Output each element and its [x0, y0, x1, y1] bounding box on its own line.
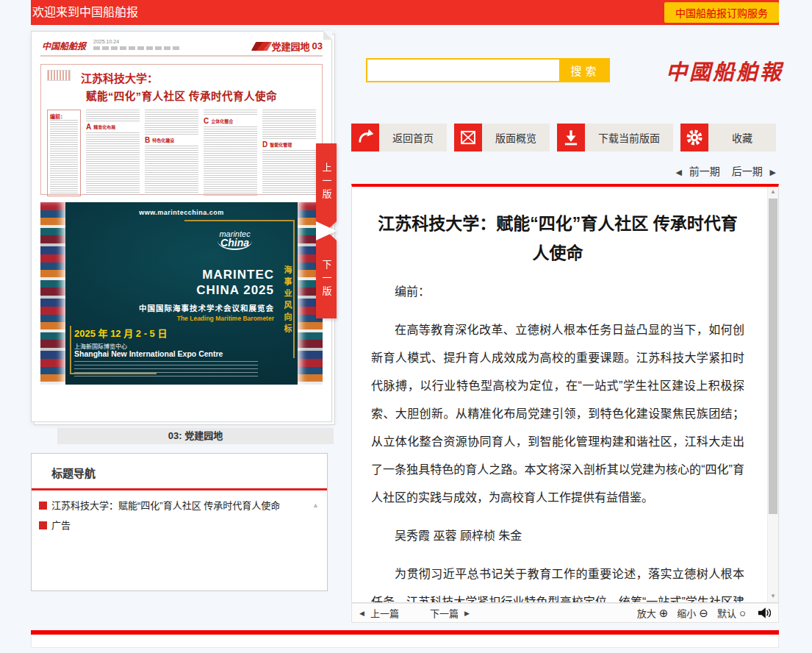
title-navigation-list: 江苏科技大学：赋能“四化”育人社区 传承时代育人使命 广告 ▲ [32, 490, 327, 532]
thumb-section-d: D 智能化管理 [262, 139, 316, 150]
nav-item-ad[interactable]: 广告 [39, 520, 308, 532]
article-paragraph: 编前： [371, 278, 744, 306]
thumb-text-columns: 编前： A 精准化布局 [47, 110, 316, 196]
newspaper-thumbnail[interactable]: 中国船舶报 2025.10.24 党建园地 03 江苏科技大学： 赋能“四化”育… [31, 31, 332, 422]
prev-page-tab[interactable]: 上一版 [316, 143, 337, 221]
thumb-intro-tag: 编前： [50, 113, 78, 120]
prev-issue-arrow-icon: ◀ [675, 168, 681, 176]
scrollbar-thumb[interactable] [769, 199, 777, 514]
page-fold [323, 31, 332, 40]
thumb-masthead: 中国船舶报 2025.10.24 党建园地 03 [40, 39, 323, 57]
article-paragraph: 在高等教育深化改革、立德树人根本任务日益凸显的当下，如何创新育人模式、提升育人成… [371, 316, 744, 512]
thumb-fake-text [50, 120, 78, 193]
thumb-section-b: B 特色化建设 [145, 135, 198, 146]
home-button[interactable]: 返回首页 [351, 124, 447, 151]
scrollbar-down-icon[interactable]: ▼ [768, 591, 778, 602]
prev-article-link[interactable]: 上一篇 [370, 606, 399, 620]
ad-organizers-text [74, 361, 258, 377]
favorite-button[interactable]: 收藏 [680, 124, 776, 151]
top-bar: 欢迎来到中国船舶报 中国船舶报订购服务 [31, 0, 779, 25]
thumb-headline-1: 江苏科技大学： [81, 70, 316, 85]
zoom-out-link[interactable]: 缩小 [677, 606, 696, 620]
site-logo: 中國船舶報 [666, 54, 783, 85]
thumb-section-label: 党建园地 03 [254, 39, 323, 53]
nav-item-article[interactable]: 江苏科技大学：赋能“四化”育人社区 传承时代育人使命 [39, 500, 308, 512]
search-button[interactable]: 搜索 [561, 58, 610, 82]
ad-title: MARINTEC CHINA 2025 [196, 267, 274, 298]
thumb-masthead-logo: 中国船舶报 [42, 39, 86, 51]
red-bullet-icon [39, 502, 47, 510]
article-paragraph: 吴秀霞 巫蓉 顾梓桢 朱金 [371, 522, 744, 550]
article-reader: 江苏科技大学：赋能“四化”育人社区 传承时代育人使命 编前： 在高等教育深化改革… [351, 184, 779, 603]
article-scrollbar[interactable]: ▲ ▼ [767, 187, 778, 602]
next-issue-arrow-icon: ▶ [770, 168, 776, 176]
reader-footer: ◀ 上一篇 下一篇 ▶ 放大 ⊕ 缩小 ⊖ 默认 ○ [351, 603, 779, 623]
ad-subtitle: 中国国际海事技术学术会议和展览会 [139, 302, 274, 313]
zoom-in-icon[interactable]: ⊕ [659, 607, 669, 620]
ad-date: 2025 年 12 月 2 - 5 日 [74, 326, 167, 340]
zoom-in-link[interactable]: 放大 [637, 606, 656, 620]
ad-tagline: The Leading Maritime Barometer [177, 315, 274, 322]
issue-navigation: ◀ 前一期 后一期 ▶ [351, 163, 779, 178]
subscribe-button[interactable]: 中国船舶报订购服务 [664, 2, 779, 23]
page-container: 欢迎来到中国船舶报 中国船舶报订购服务 中国船舶报 2025.10.24 党建园… [31, 0, 779, 648]
ad-venue-en: Shanghai New International Expo Centre [74, 349, 223, 358]
ribbon-notch [316, 221, 337, 240]
article-content: 江苏科技大学：赋能“四化”育人社区 传承时代育人使命 编前： 在高等教育深化改革… [352, 187, 778, 603]
thumb-masthead-date: 2025.10.24 [93, 39, 119, 44]
thumb-headline-2: 赋能“四化”育人社区 传承时代育人使命 [47, 88, 316, 103]
prev-issue-link[interactable]: 前一期 [689, 165, 720, 177]
marintec-ad[interactable]: www.marintecchina.com marintec China MAR… [40, 202, 323, 385]
search-input[interactable] [366, 58, 561, 82]
marintec-logo: marintec China [218, 230, 252, 250]
thumb-column: A 精准化布局 [86, 110, 140, 196]
title-navigation-header: 标题导航 [32, 454, 327, 488]
container-stack-left [40, 202, 65, 385]
flag-icon [251, 42, 271, 51]
thumb-section-c: C 立体化整合 [204, 115, 257, 126]
ad-side-slogan: 海事业风向标 [281, 265, 293, 336]
article-title: 江苏科技大学：赋能“四化”育人社区 传承时代育人使命 [376, 209, 740, 268]
thumb-column: C 立体化整合 [204, 110, 257, 196]
thumb-column: D 智能化管理 [262, 110, 316, 196]
gear-icon [680, 124, 708, 151]
curved-arrow-icon [351, 124, 379, 151]
thumb-article-box: 江苏科技大学： 赋能“四化”育人社区 传承时代育人使命 编前： A 精准化布局 [40, 64, 323, 195]
scroll-up-icon[interactable]: ▲ [312, 502, 319, 509]
left-panel: 中国船舶报 2025.10.24 党建园地 03 江苏科技大学： 赋能“四化”育… [31, 31, 332, 623]
thumb-masthead-info-lines [93, 46, 182, 50]
title-navigation-box: 标题导航 江苏科技大学：赋能“四化”育人社区 传承时代育人使命 广告 ▲ [31, 453, 328, 591]
thumb-section-name: 党建园地 [272, 39, 310, 53]
page-ribbon: 上一版 下一版 [316, 143, 337, 318]
toolbar: 返回首页 版面概览 下载当前版面 [351, 124, 779, 151]
right-panel: 搜索 中國船舶報 返回首页 版面概览 [351, 31, 779, 623]
speaker-icon[interactable] [758, 607, 771, 619]
ad-url: www.marintecchina.com [40, 209, 323, 216]
prev-article-arrow-icon: ◀ [359, 610, 364, 617]
next-article-link[interactable]: 下一篇 [430, 606, 459, 620]
red-bullet-icon [39, 521, 47, 529]
download-icon [557, 124, 585, 151]
thumb-column: B 特色化建设 [145, 110, 198, 196]
next-article-arrow-icon: ▶ [464, 610, 470, 617]
scrollbar-up-icon[interactable]: ▲ [768, 187, 778, 197]
layout-overview-button[interactable]: 版面概览 [454, 124, 550, 151]
next-page-tab[interactable]: 下一版 [316, 240, 337, 318]
thumb-section-page: 03 [312, 40, 323, 51]
zoom-reset-icon[interactable]: ○ [739, 607, 746, 619]
article-paragraph: 为贯彻习近平总书记关于教育工作的重要论述，落实立德树人根本任务，江苏科技大学紧扣… [371, 560, 744, 603]
thumb-section-a: A 精准化布局 [86, 121, 140, 132]
next-issue-link[interactable]: 后一期 [732, 165, 763, 177]
bottom-white-strip [31, 635, 779, 648]
search-row: 搜索 中國船舶報 [351, 57, 779, 82]
zoom-out-icon[interactable]: ⊖ [699, 607, 708, 620]
zoom-reset-link[interactable]: 默认 [717, 606, 736, 620]
thumb-intro-box: 编前： [47, 110, 81, 196]
welcome-text: 欢迎来到中国船舶报 [31, 6, 138, 18]
page-caption: 03: 党建园地 [57, 428, 334, 444]
thumb-column-brand-box [47, 70, 71, 81]
layout-overview-icon [454, 124, 482, 151]
download-page-button[interactable]: 下载当前版面 [557, 124, 673, 151]
